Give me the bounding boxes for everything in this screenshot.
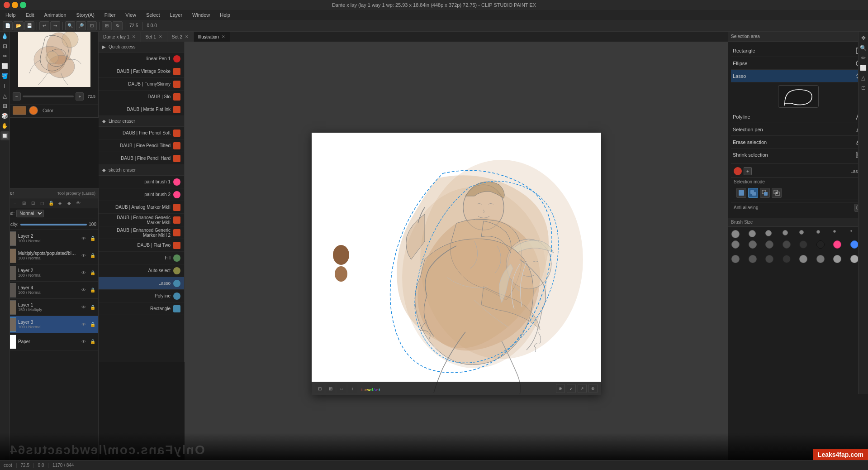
brush-item-autoselect[interactable]: Auto select bbox=[99, 264, 184, 277]
add-layer-btn[interactable]: + bbox=[744, 167, 752, 175]
tab-illustration-close[interactable]: ✕ bbox=[222, 34, 225, 39]
layer-ref-btn[interactable]: ◈ bbox=[56, 199, 64, 207]
transform-button[interactable]: ⊞ bbox=[102, 21, 112, 30]
layer-eye-3[interactable]: 👁 bbox=[80, 321, 87, 328]
fit-button[interactable]: ⊡ bbox=[87, 21, 97, 30]
layer-lock-2b[interactable]: 🔒 bbox=[89, 269, 96, 277]
sel-mode-intersect[interactable] bbox=[772, 188, 782, 198]
layer-row-2[interactable]: Layer 2 100 / Normal 👁 🔒 bbox=[0, 230, 98, 247]
swatch-size-6[interactable] bbox=[816, 230, 820, 234]
swatch-gray-3[interactable] bbox=[765, 240, 773, 249]
layer-lock-4[interactable]: 🔒 bbox=[89, 287, 96, 294]
zoom-in-nav[interactable]: + bbox=[76, 92, 84, 101]
menu-edit[interactable]: Edit bbox=[24, 11, 36, 19]
brush-category-eraser[interactable]: ◆ Linear eraser bbox=[99, 116, 184, 127]
sel-option-lasso[interactable]: Lasso bbox=[731, 70, 865, 82]
layer-eye-1[interactable]: 👁 bbox=[80, 304, 87, 311]
undo-button[interactable]: ↩ bbox=[39, 21, 49, 30]
brush-category-1[interactable]: ▶ Quick access bbox=[99, 42, 184, 53]
brush-item-1[interactable]: DAUB | Fat Vintage Stroke bbox=[99, 65, 184, 78]
sel-option-ellipse[interactable]: Ellipse bbox=[731, 57, 865, 70]
brush-item-6[interactable]: DAUB | Fine Pencil Tilted bbox=[99, 139, 184, 152]
brush-item-polyline[interactable]: Polyline bbox=[99, 290, 184, 302]
zoom-in-button[interactable]: 🔍 bbox=[65, 21, 75, 30]
sel-option-erase[interactable]: Erase selection bbox=[731, 136, 865, 149]
canvas-right-tool-1[interactable]: ⊗ bbox=[556, 384, 565, 393]
zoom-out-button[interactable]: 🔎 bbox=[76, 21, 86, 30]
sel-option-polyline[interactable]: Polyline bbox=[731, 110, 865, 123]
layer-lock-multiply[interactable]: 🔒 bbox=[89, 252, 96, 259]
brush-item-13[interactable]: DAUB | Flat Two bbox=[99, 239, 184, 252]
layer-lock-btn[interactable]: 🔒 bbox=[47, 199, 55, 207]
menu-animation[interactable]: Animation bbox=[43, 11, 68, 19]
brush-item-0[interactable]: linear Pen 1 bbox=[99, 53, 184, 65]
open-button[interactable]: 📂 bbox=[14, 21, 24, 30]
swatch-s7[interactable] bbox=[833, 255, 841, 263]
brush-item-rectangle[interactable]: Rectangle bbox=[99, 302, 184, 315]
secondary-color-chip[interactable] bbox=[29, 106, 38, 115]
swatch-size-8[interactable] bbox=[850, 230, 852, 232]
brush-item-lasso[interactable]: Lasso bbox=[99, 277, 184, 290]
zoom-slider[interactable] bbox=[23, 96, 74, 97]
menu-select[interactable]: Select bbox=[144, 11, 162, 19]
brush-item-7[interactable]: DAUB | Fine Pencil Hard bbox=[99, 152, 184, 165]
brush-item-11[interactable]: DAUB | Enhanced Generic Marker MkII bbox=[99, 214, 184, 226]
swatch-size-1[interactable] bbox=[731, 230, 740, 238]
brush-item-3[interactable]: DAUB | Slo bbox=[99, 91, 184, 103]
menu-window[interactable]: Window bbox=[190, 11, 212, 19]
primary-color-chip[interactable] bbox=[13, 106, 26, 115]
layer-lock-3[interactable]: 🔒 bbox=[89, 321, 96, 328]
brush-item-12[interactable]: DAUB | Enhanced Generic Marker MkII 2 bbox=[99, 226, 184, 239]
layer-row-2b[interactable]: Layer 2 100 / Normal 👁 🔒 bbox=[0, 264, 98, 282]
layer-row-3[interactable]: Layer 3 100 / Normal 👁 🔒 bbox=[0, 316, 98, 333]
swatch-s8[interactable] bbox=[850, 255, 859, 263]
menu-layer[interactable]: Layer bbox=[168, 11, 185, 19]
canvas-container[interactable]: ⊡ ⊞ ↔ ↕ L bbox=[312, 133, 601, 395]
new-button[interactable]: 📄 bbox=[3, 21, 13, 30]
brush-item-10[interactable]: DAUB | Analog Marker MkII bbox=[99, 201, 184, 214]
tab-dante-close[interactable]: ✕ bbox=[132, 34, 136, 39]
brush-item-9[interactable]: paint brush 2 bbox=[99, 188, 184, 201]
layer-eye-4[interactable]: 👁 bbox=[80, 287, 87, 294]
window-controls[interactable] bbox=[4, 2, 26, 8]
layer-row-4[interactable]: Layer 4 100 / Normal 👁 🔒 bbox=[0, 282, 98, 299]
delete-layer-btn[interactable] bbox=[734, 167, 742, 175]
swatch-size-7[interactable] bbox=[833, 230, 836, 233]
tool-3d[interactable]: 🎲 bbox=[0, 111, 9, 120]
canvas-tool-2[interactable]: ⊞ bbox=[326, 384, 335, 393]
sel-option-selection-pen[interactable]: Selection pen bbox=[731, 123, 865, 136]
rotate-button[interactable]: ↻ bbox=[113, 21, 123, 30]
swatch-gray-6[interactable] bbox=[816, 240, 825, 249]
tool-lasso[interactable]: 🔲 bbox=[0, 131, 9, 140]
menu-filter[interactable]: Filter bbox=[103, 11, 117, 19]
right-tool-1[interactable]: ✥ bbox=[859, 34, 868, 43]
layer-copy-btn[interactable]: ⊡ bbox=[29, 199, 37, 207]
layer-delete-btn[interactable]: − bbox=[11, 199, 19, 207]
swatch-gray-4[interactable] bbox=[783, 240, 791, 249]
tab-set1[interactable]: Set 1 ✕ bbox=[141, 32, 167, 42]
swatch-s4[interactable] bbox=[783, 255, 791, 263]
canvas-tool-1[interactable]: ⊡ bbox=[315, 384, 324, 393]
maximize-button[interactable] bbox=[20, 2, 26, 8]
right-tool-2[interactable]: 🔍 bbox=[859, 43, 868, 53]
right-tool-3[interactable]: ✏ bbox=[859, 53, 868, 62]
layer-blend-select[interactable]: Normal Multiply Screen Overlay bbox=[16, 210, 44, 217]
right-tool-4[interactable]: ⬜ bbox=[859, 63, 868, 72]
zoom-out-nav[interactable]: − bbox=[13, 92, 21, 101]
tool-text[interactable]: T bbox=[0, 82, 9, 91]
sel-mode-add[interactable] bbox=[748, 188, 758, 198]
canvas-tool-4[interactable]: ↕ bbox=[348, 384, 357, 393]
swatch-size-5[interactable] bbox=[799, 230, 804, 235]
brush-item-fill[interactable]: Fill bbox=[99, 252, 184, 264]
tab-set2[interactable]: Set 2 ✕ bbox=[167, 32, 194, 42]
sel-option-shrink[interactable]: Shrink selection bbox=[731, 149, 865, 161]
swatch-s5[interactable] bbox=[799, 255, 807, 263]
brush-item-5[interactable]: DAUB | Fine Pencil Soft bbox=[99, 127, 184, 139]
layer-lock-1[interactable]: 🔒 bbox=[89, 304, 96, 311]
tool-hand[interactable]: ✋ bbox=[0, 121, 9, 130]
layer-mask-btn[interactable]: ◻ bbox=[38, 199, 46, 207]
canvas-right-tool-2[interactable]: ↙ bbox=[567, 384, 576, 393]
tab-illustration[interactable]: Illustration ✕ bbox=[194, 32, 230, 42]
sel-option-rectangle[interactable]: Rectangle bbox=[731, 44, 865, 57]
tool-figure[interactable]: △ bbox=[0, 91, 9, 101]
